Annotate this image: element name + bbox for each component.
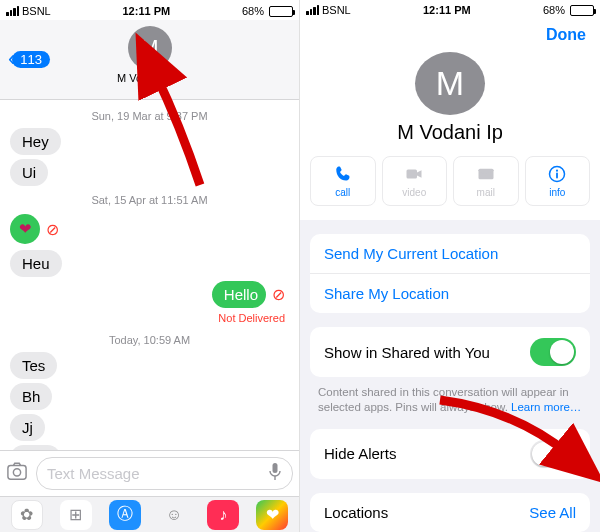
hide-alerts-label: Hide Alerts (324, 445, 397, 462)
heart-sticker-icon: ❤ (10, 214, 40, 244)
unread-badge: 113 (12, 51, 50, 68)
contact-actions: callvideomailinfo (300, 156, 600, 220)
delivery-status: Not Delivered (218, 312, 285, 324)
status-time: 12:11 PM (351, 4, 543, 16)
signal-icon (306, 5, 319, 15)
timestamp: Today, 10:59 AM (10, 334, 289, 346)
action-call-button[interactable]: call (310, 156, 376, 206)
action-mail-button: mail (453, 156, 519, 206)
svg-rect-4 (407, 169, 418, 178)
contact-name[interactable]: M Vodani Ip (8, 72, 291, 84)
message-input-bar: Text Message (0, 450, 299, 496)
contact-name-large: M Vodani Ip (300, 121, 600, 144)
dock-store-grid-icon[interactable]: ⊞ (60, 500, 92, 530)
contact-avatar-large: M (415, 52, 485, 115)
app-dock: ✿ ⊞ Ⓐ ☺ ♪ ❤ (0, 496, 299, 532)
hide-alerts-group: Hide Alerts (310, 429, 590, 479)
message-bubble-incoming[interactable]: Jj (10, 414, 45, 441)
camera-icon[interactable] (6, 461, 28, 486)
dock-memoji-icon[interactable]: ☺ (158, 500, 190, 530)
messages-screen: BSNL 12:11 PM 68% ‹ 113 M M Vodani Ip Su… (0, 0, 300, 532)
shared-toggle[interactable] (530, 338, 576, 366)
mic-icon[interactable] (268, 463, 282, 484)
message-bubble-incoming[interactable]: Ui (10, 159, 48, 186)
signal-icon (6, 6, 19, 16)
call-icon (334, 165, 352, 185)
message-bubble-outgoing[interactable]: Hello⊘ (212, 279, 289, 310)
svg-rect-5 (478, 168, 493, 179)
status-bar: BSNL 12:11 PM 68% (0, 0, 299, 20)
carrier-label: BSNL (22, 5, 51, 17)
mail-icon (477, 165, 495, 185)
locations-row[interactable]: Locations See All (310, 493, 590, 532)
info-icon (548, 165, 566, 185)
carrier-label: BSNL (322, 4, 351, 16)
location-action[interactable]: Share My Location (310, 273, 590, 313)
svg-rect-2 (273, 463, 278, 473)
svg-rect-0 (8, 466, 26, 480)
svg-rect-8 (556, 172, 558, 178)
message-input[interactable]: Text Message (36, 457, 293, 490)
error-icon[interactable]: ⊘ (272, 285, 285, 304)
show-in-shared-row: Show in Shared with You (310, 327, 590, 377)
dock-music-icon[interactable]: ♪ (207, 500, 239, 530)
dock-appstore-icon[interactable]: Ⓐ (109, 500, 141, 530)
svg-point-7 (556, 169, 558, 171)
message-bubble-incoming[interactable]: Heu (10, 250, 62, 277)
error-icon[interactable]: ⊘ (46, 220, 59, 239)
conversation-header: ‹ 113 M M Vodani Ip (0, 20, 299, 100)
shared-label: Show in Shared with You (324, 344, 490, 361)
shared-with-you-group: Show in Shared with You (310, 327, 590, 377)
timestamp: Sun, 19 Mar at 9:37 PM (10, 110, 289, 122)
locations-label: Locations (324, 504, 388, 521)
message-bubble-incoming[interactable]: Hey (10, 128, 61, 155)
status-bar: BSNL 12:11 PM 68% (300, 0, 600, 18)
contact-details-screen: BSNL 12:11 PM 68% Done M M Vodani Ip cal… (300, 0, 600, 532)
location-action[interactable]: Send My Current Location (310, 234, 590, 273)
message-bubble-incoming[interactable]: Tes (10, 352, 57, 379)
contact-settings: Send My Current LocationShare My Locatio… (300, 220, 600, 532)
message-bubble-incoming[interactable]: Bh (10, 383, 52, 410)
dock-photos-icon[interactable]: ✿ (11, 500, 43, 530)
hide-alerts-toggle[interactable] (530, 440, 576, 468)
contact-avatar[interactable]: M (128, 26, 172, 70)
dock-digital-touch-icon[interactable]: ❤ (256, 500, 288, 530)
done-button[interactable]: Done (546, 26, 586, 44)
battery-pct: 68% (543, 4, 565, 16)
sticker-message[interactable]: ❤⊘ (10, 214, 59, 244)
locations-group: Locations See All (310, 493, 590, 532)
timestamp: Sat, 15 Apr at 11:51 AM (10, 194, 289, 206)
status-time: 12:11 PM (51, 5, 242, 17)
action-video-button: video (382, 156, 448, 206)
hide-alerts-row: Hide Alerts (310, 429, 590, 479)
see-all-link[interactable]: See All (529, 504, 576, 521)
back-button[interactable]: ‹ 113 (8, 48, 50, 70)
action-info-button[interactable]: info (525, 156, 591, 206)
sheet-header: Done (300, 18, 600, 52)
battery-icon (570, 5, 594, 16)
location-group: Send My Current LocationShare My Locatio… (310, 234, 590, 313)
shared-hint: Content shared in this conversation will… (300, 377, 600, 415)
svg-point-1 (13, 469, 20, 476)
battery-pct: 68% (242, 5, 264, 17)
video-icon (405, 165, 423, 185)
message-list: Sun, 19 Mar at 9:37 PMHeyUiSat, 15 Apr a… (0, 100, 299, 450)
placeholder: Text Message (47, 465, 140, 482)
learn-more-link[interactable]: Learn more… (511, 401, 581, 413)
battery-icon (269, 6, 293, 17)
